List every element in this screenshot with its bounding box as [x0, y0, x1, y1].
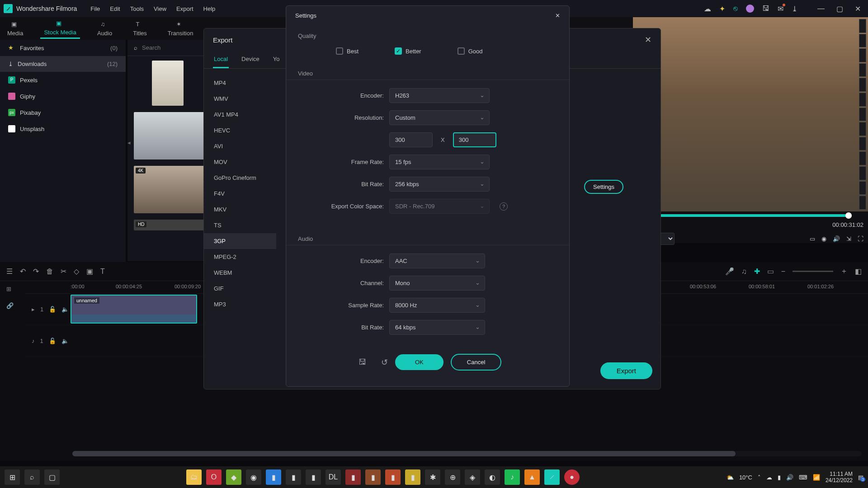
app-icon[interactable]: ▮: [266, 469, 281, 485]
filmora-taskbar-icon[interactable]: ⟋: [544, 469, 560, 485]
save-icon[interactable]: 🖫: [762, 5, 769, 13]
tray-onedrive-icon[interactable]: ☁: [766, 474, 772, 481]
save-preset-icon[interactable]: 🖫: [359, 357, 367, 367]
media-thumb[interactable]: [152, 61, 184, 106]
format-wmv[interactable]: WMV: [204, 91, 276, 107]
export-tab-device[interactable]: Device: [241, 51, 260, 68]
mixer-icon[interactable]: ♫: [741, 267, 747, 276]
export-tab-local[interactable]: Local: [213, 51, 229, 68]
timeline-hscroll-thumb[interactable]: [72, 451, 736, 456]
notifications-icon[interactable]: ▤3: [858, 474, 863, 481]
app-icon[interactable]: ⊕: [445, 469, 460, 485]
format-hevc[interactable]: HEVC: [204, 122, 276, 138]
app-icon[interactable]: ▮: [286, 469, 301, 485]
format-mpeg2[interactable]: MPEG-2: [204, 249, 276, 265]
settings-close-icon[interactable]: ✕: [555, 12, 560, 19]
settings-button[interactable]: Settings: [584, 180, 623, 194]
app-icon[interactable]: DL: [326, 469, 341, 485]
marker-add-icon[interactable]: ✚: [754, 267, 760, 276]
app-icon[interactable]: ▮: [306, 469, 321, 485]
add-track-icon[interactable]: ⊞: [6, 286, 19, 292]
tab-stock-media[interactable]: ▣Stock Media: [40, 18, 80, 39]
format-gopro[interactable]: GoPro Cineform: [204, 170, 276, 186]
channel-select[interactable]: Mono: [389, 276, 485, 291]
zoom-out-icon[interactable]: −: [781, 267, 785, 276]
nvidia-icon[interactable]: ◆: [226, 469, 241, 485]
audio-encoder-select[interactable]: AAC: [389, 253, 485, 268]
redo-icon[interactable]: ↷: [33, 267, 39, 276]
fit-icon[interactable]: ▭: [767, 267, 774, 276]
tab-titles[interactable]: TTitles: [129, 19, 151, 38]
zoom-slider[interactable]: [793, 271, 833, 272]
app-icon[interactable]: ✱: [425, 469, 440, 485]
format-avi[interactable]: AVI: [204, 138, 276, 154]
format-mp3[interactable]: MP3: [204, 296, 276, 312]
resolution-width-input[interactable]: 300: [389, 132, 433, 147]
sidebar-item-favorites[interactable]: ★ Favorites (0): [0, 40, 126, 56]
menu-view[interactable]: View: [154, 5, 166, 12]
quality-better[interactable]: ✓Better: [395, 47, 421, 55]
tray-battery-icon[interactable]: ▮: [778, 474, 781, 481]
app-icon[interactable]: ◈: [465, 469, 480, 485]
tray-wifi-icon[interactable]: 📶: [813, 474, 820, 481]
export-close-icon[interactable]: ✕: [645, 35, 651, 45]
app-icon[interactable]: ▮: [345, 469, 361, 485]
maximize-button[interactable]: ▢: [833, 3, 847, 15]
format-gif[interactable]: GIF: [204, 281, 276, 296]
profile-icon[interactable]: [746, 5, 754, 13]
resolution-height-input[interactable]: 300: [453, 132, 496, 147]
format-mkv[interactable]: MKV: [204, 202, 276, 217]
format-3gp[interactable]: 3GP: [204, 233, 276, 249]
format-webm[interactable]: WEBM: [204, 265, 276, 281]
timeline-clip[interactable]: unnamed: [71, 295, 197, 324]
menu-edit[interactable]: Edit: [110, 5, 120, 12]
video-bitrate-select[interactable]: 256 kbps: [389, 177, 490, 192]
timeline-hscroll[interactable]: [72, 451, 862, 456]
search-taskbar-icon[interactable]: ⌕: [24, 469, 40, 485]
zoom-in-icon[interactable]: ＋: [840, 267, 848, 276]
export-frame-icon[interactable]: ⇲: [846, 235, 851, 242]
format-ts[interactable]: TS: [204, 217, 276, 233]
preview-progress[interactable]: [649, 214, 851, 217]
cut-icon[interactable]: ✂: [61, 267, 66, 276]
quality-good[interactable]: Good: [458, 47, 483, 55]
sidebar-item-downloads[interactable]: ⤓ Downloads (12): [0, 56, 126, 72]
mic-icon[interactable]: 🎤: [725, 267, 734, 276]
tray-lang-icon[interactable]: ⌨: [799, 474, 807, 481]
tracks-icon[interactable]: ☰: [6, 267, 13, 276]
delete-icon[interactable]: 🗑: [46, 267, 53, 276]
text-icon[interactable]: T: [100, 267, 105, 276]
sidebar-item-pexels[interactable]: P Pexels: [0, 72, 126, 88]
format-f4v[interactable]: F4V: [204, 186, 276, 202]
audio-bitrate-select[interactable]: 64 kbps: [389, 320, 485, 335]
video-encoder-select[interactable]: H263: [389, 88, 490, 103]
help-icon[interactable]: ?: [500, 202, 508, 211]
samplerate-select[interactable]: 8000 Hz: [389, 298, 485, 313]
format-av1mp4[interactable]: AV1 MP4: [204, 107, 276, 122]
lock-icon[interactable]: 🔓: [49, 306, 56, 313]
collapse-left-icon[interactable]: ◂: [127, 139, 131, 146]
menu-file[interactable]: File: [90, 5, 100, 12]
quality-best[interactable]: Best: [336, 47, 359, 55]
resolution-select[interactable]: Custom: [389, 110, 490, 125]
tab-media[interactable]: ▣Media: [4, 19, 27, 38]
mute-icon[interactable]: 🔈: [61, 306, 69, 313]
weather-icon[interactable]: ⛅: [726, 474, 734, 481]
tray-volume-icon[interactable]: 🔊: [786, 474, 793, 481]
fullscreen-icon[interactable]: ⛶: [858, 235, 863, 242]
app-icon[interactable]: ▮: [385, 469, 401, 485]
mute-icon[interactable]: 🔈: [61, 338, 69, 344]
sidebar-item-giphy[interactable]: Giphy: [0, 88, 126, 104]
media-thumb[interactable]: HD: [134, 220, 206, 230]
tips-icon[interactable]: ✦: [719, 5, 725, 13]
taskbar-clock[interactable]: 11:11 AM 24/12/2022: [826, 471, 853, 484]
menu-export[interactable]: Export: [176, 5, 193, 12]
explorer-icon[interactable]: 🗂: [186, 469, 202, 485]
start-button[interactable]: ⊞: [5, 469, 20, 485]
export-button[interactable]: Export: [600, 362, 652, 379]
tag-icon[interactable]: ◇: [74, 267, 79, 276]
app-icon[interactable]: ▮: [405, 469, 420, 485]
weather-temp[interactable]: 10°C: [739, 474, 752, 481]
format-mp4[interactable]: MP4: [204, 75, 276, 91]
crop-icon[interactable]: ▣: [86, 267, 93, 276]
